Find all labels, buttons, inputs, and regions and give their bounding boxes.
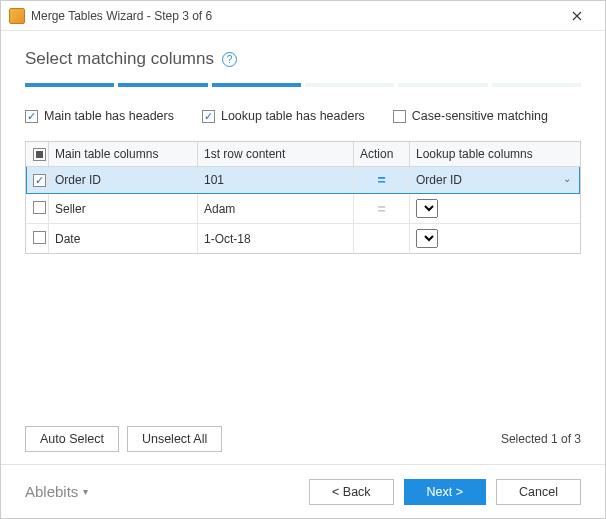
wizard-window: Merge Tables Wizard - Step 3 of 6 Select… <box>0 0 606 519</box>
lookup-headers-checkbox[interactable]: Lookup table has headers <box>202 109 365 123</box>
close-button[interactable] <box>557 2 597 30</box>
step-seg-2 <box>118 83 207 87</box>
equals-icon: = <box>377 201 385 217</box>
step-seg-1 <box>25 83 114 87</box>
cell-action: = <box>354 167 410 194</box>
header-main[interactable]: Main table columns <box>49 142 198 167</box>
header-lookup[interactable]: Lookup table columns <box>410 142 580 167</box>
nav-buttons: < Back Next > Cancel <box>309 479 581 505</box>
cell-first-row: 101 <box>198 167 354 194</box>
equals-icon: = <box>377 172 385 188</box>
cell-main-column: Date <box>49 224 198 254</box>
table-row[interactable]: SellerAdam= <box>27 194 580 224</box>
page-title: Select matching columns ? <box>25 49 581 69</box>
checkbox-icon <box>25 110 38 123</box>
actions-row: Auto Select Unselect All Selected 1 of 3 <box>25 426 581 452</box>
window-title: Merge Tables Wizard - Step 3 of 6 <box>31 9 557 23</box>
step-seg-6 <box>492 83 581 87</box>
content-area: Select matching columns ? Main table has… <box>1 31 605 464</box>
options-row: Main table has headers Lookup table has … <box>25 109 581 123</box>
heading-text: Select matching columns <box>25 49 214 69</box>
checkbox-icon <box>393 110 406 123</box>
cell-first-row: Adam <box>198 194 354 224</box>
columns-table: Main table columns 1st row content Actio… <box>25 141 581 254</box>
selection-status: Selected 1 of 3 <box>501 432 581 446</box>
select-all-icon <box>33 148 46 161</box>
brand-label: Ablebits <box>25 483 78 500</box>
unselect-all-button[interactable]: Unselect All <box>127 426 222 452</box>
auto-select-button[interactable]: Auto Select <box>25 426 119 452</box>
header-select-all[interactable] <box>27 142 49 167</box>
chevron-down-icon: ⌄ <box>563 173 571 184</box>
cancel-button[interactable]: Cancel <box>496 479 581 505</box>
case-sensitive-label: Case-sensitive matching <box>412 109 548 123</box>
cell-action: = <box>354 194 410 224</box>
checkbox-icon <box>202 110 215 123</box>
app-icon <box>9 8 25 24</box>
step-seg-5 <box>398 83 487 87</box>
cell-main-column: Order ID <box>49 167 198 194</box>
next-button[interactable]: Next > <box>404 479 486 505</box>
brand-menu[interactable]: Ablebits ▾ <box>25 483 88 500</box>
back-button[interactable]: < Back <box>309 479 394 505</box>
case-sensitive-checkbox[interactable]: Case-sensitive matching <box>393 109 548 123</box>
checkbox-icon <box>33 231 46 244</box>
step-seg-3 <box>212 83 301 87</box>
cell-lookup-dropdown[interactable] <box>410 194 580 224</box>
step-progress <box>25 83 581 87</box>
step-seg-4 <box>305 83 394 87</box>
checkbox-icon <box>33 201 46 214</box>
close-icon <box>572 11 582 21</box>
cell-first-row: 1-Oct-18 <box>198 224 354 254</box>
header-first-row[interactable]: 1st row content <box>198 142 354 167</box>
titlebar: Merge Tables Wizard - Step 3 of 6 <box>1 1 605 31</box>
row-checkbox[interactable] <box>27 167 49 194</box>
row-checkbox[interactable] <box>27 224 49 254</box>
help-icon[interactable]: ? <box>222 52 237 67</box>
lookup-headers-label: Lookup table has headers <box>221 109 365 123</box>
chevron-down-icon: ▾ <box>83 486 88 497</box>
table-row[interactable]: Order ID101=Order ID⌄ <box>27 167 580 194</box>
main-headers-checkbox[interactable]: Main table has headers <box>25 109 174 123</box>
row-checkbox[interactable] <box>27 194 49 224</box>
footer: Ablebits ▾ < Back Next > Cancel <box>1 464 605 518</box>
cell-action <box>354 224 410 254</box>
cell-main-column: Seller <box>49 194 198 224</box>
header-action[interactable]: Action <box>354 142 410 167</box>
cell-lookup-dropdown[interactable]: Order ID⌄ <box>410 167 580 194</box>
cell-lookup-dropdown[interactable] <box>410 224 580 254</box>
table-header-row: Main table columns 1st row content Actio… <box>27 142 580 167</box>
main-headers-label: Main table has headers <box>44 109 174 123</box>
checkbox-icon <box>33 174 46 187</box>
table-row[interactable]: Date1-Oct-18 <box>27 224 580 254</box>
